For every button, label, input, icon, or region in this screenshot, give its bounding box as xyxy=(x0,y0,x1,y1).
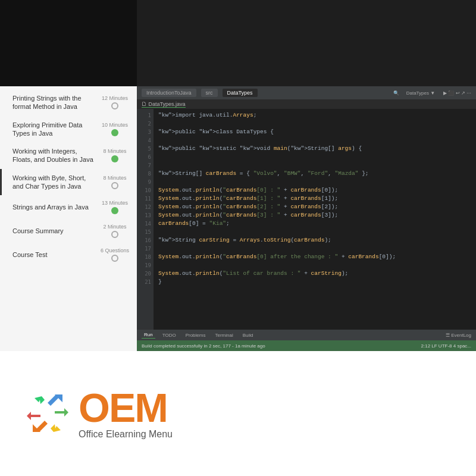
sidebar-item-duration: 12 Minutes xyxy=(102,95,128,101)
line-number: 3 xyxy=(137,128,154,136)
sidebar-item-label: Strings and Arrays in Java xyxy=(12,203,100,211)
code-line xyxy=(158,120,471,128)
bottom-tab-terminal[interactable]: Terminal xyxy=(212,332,235,339)
file-search[interactable]: 🔍 xyxy=(393,90,399,96)
code-line: System.out.println("carBrands[0] : " + c… xyxy=(158,186,471,195)
oem-logo-svg xyxy=(24,392,71,436)
bottom-tab-run[interactable]: Run xyxy=(142,331,155,339)
status-dot xyxy=(111,129,118,136)
svg-marker-2 xyxy=(51,424,61,432)
file-tab-bar: 🗋 DataTypes.java xyxy=(137,99,476,109)
status-right: 2:12 LF UTF-8 4 spac... xyxy=(421,343,471,349)
code-line: } xyxy=(158,278,471,286)
bottom-tab-problems[interactable]: Problems xyxy=(183,332,208,339)
line-numbers: 123456789101112131415161718192021 xyxy=(137,109,154,330)
line-number: 8 xyxy=(137,170,154,178)
sidebar-item-label: Course Test xyxy=(12,250,100,259)
tab-datatypes[interactable]: DataTypes xyxy=(223,89,258,97)
svg-marker-0 xyxy=(48,394,62,406)
file-tab-datatypes[interactable]: 🗋 DataTypes.java xyxy=(142,101,186,108)
status-dot xyxy=(111,155,118,162)
status-dot xyxy=(111,102,118,109)
line-number: 11 xyxy=(137,195,154,203)
line-number: 5 xyxy=(137,145,154,153)
code-line xyxy=(158,228,471,236)
bottom-tab-todo[interactable]: TODO xyxy=(160,332,178,339)
line-number: 7 xyxy=(137,161,154,170)
code-line xyxy=(158,178,471,186)
code-line xyxy=(158,261,471,270)
sidebar-item-course-test[interactable]: Course Test6 Questions xyxy=(0,243,137,267)
brand-text-container: OEM Office Elearning Menu xyxy=(79,387,173,440)
sidebar-item-duration: 10 Minutes xyxy=(102,122,128,128)
code-line xyxy=(158,153,471,161)
sidebar-item-printing-strings[interactable]: Printing Strings with the format Method … xyxy=(0,89,137,116)
sidebar-item-duration: 8 Minutes xyxy=(103,175,126,181)
status-dot xyxy=(111,182,118,189)
code-line: System.out.println("List of car brands :… xyxy=(158,270,471,278)
line-number: 1 xyxy=(137,111,154,120)
sidebar-item-label: Exploring Primitive Data Types in Java xyxy=(12,121,100,138)
status-text: Build completed successfully in 2 sec, 1… xyxy=(142,343,265,349)
code-line xyxy=(158,245,471,253)
tab-src[interactable]: src xyxy=(201,89,218,97)
code-content: "kw">import java.util.Arrays; "kw">publi… xyxy=(154,109,476,330)
status-dot xyxy=(111,207,118,214)
tab-intro[interactable]: IntroductionToJava xyxy=(142,89,196,97)
sidebar-item-duration: 6 Questions xyxy=(101,248,129,253)
code-line: System.out.println("carBrands[2] : " + c… xyxy=(158,203,471,211)
sidebar-item-label: Course Summary xyxy=(12,227,100,235)
line-number: 13 xyxy=(137,211,154,220)
sidebar-item-course-summary[interactable]: Course Summary2 Minutes xyxy=(0,219,137,243)
svg-marker-3 xyxy=(33,421,48,432)
line-number: 9 xyxy=(137,178,154,186)
code-line: "kw">public "kw">class DataTypes { xyxy=(158,128,471,136)
editor-bottom: RunTODOProblemsTerminalBuild☰ EventLog xyxy=(137,330,476,340)
line-number: 19 xyxy=(137,261,154,270)
line-number: 18 xyxy=(137,253,154,261)
sidebar-item-duration: 2 Minutes xyxy=(103,224,126,230)
code-area: 123456789101112131415161718192021"kw">im… xyxy=(137,109,476,330)
sidebar-item-strings-arrays[interactable]: Strings and Arrays in Java13 Minutes xyxy=(0,195,137,219)
code-line: "kw">public "kw">static "kw">void main("… xyxy=(158,145,471,153)
line-number: 16 xyxy=(137,236,154,245)
main-content: IntroductionToJava src DataTypes 🔍 DataT… xyxy=(137,0,476,351)
status-dot xyxy=(111,255,118,262)
code-line: "kw">import java.util.Arrays; xyxy=(158,111,471,120)
sidebar-item-label: Printing Strings with the format Method … xyxy=(12,94,100,111)
line-number: 12 xyxy=(137,203,154,211)
bottom-section: OEM Office Elearning Menu xyxy=(0,351,476,476)
line-number: 10 xyxy=(137,186,154,195)
brand-subtitle-text: Office Elearning Menu xyxy=(79,429,173,440)
bottom-tab-build[interactable]: Build xyxy=(240,332,256,339)
code-line: carBrands[0] = "Kia"; xyxy=(158,220,471,228)
code-line: "kw">String[] carBrands = { "Volvo", "BM… xyxy=(158,170,471,178)
code-line: "kw">String carString = Arrays.toString(… xyxy=(158,236,471,245)
line-number: 4 xyxy=(137,136,154,145)
brand-container: OEM Office Elearning Menu xyxy=(24,387,173,440)
line-number: 14 xyxy=(137,220,154,228)
line-number: 20 xyxy=(137,270,154,278)
logo-arrows xyxy=(24,392,71,436)
sidebar-item-working-integers[interactable]: Working with Integers, Floats, and Doubl… xyxy=(0,142,137,169)
line-number: 6 xyxy=(137,153,154,161)
sidebar-item-label: Working with Byte, Short, and Char Types… xyxy=(12,174,100,191)
event-log-tab[interactable]: ☰ EventLog xyxy=(446,333,471,338)
status-bar: Build completed successfully in 2 sec, 1… xyxy=(137,340,476,351)
tab-label: DataTypes ▼ xyxy=(406,90,435,96)
line-number: 2 xyxy=(137,120,154,128)
toolbar-icons: ▶ ⬛ ↩ ↗ ⋯ xyxy=(443,90,471,96)
sidebar-item-exploring-primitive[interactable]: Exploring Primitive Data Types in Java10… xyxy=(0,116,137,143)
sidebar-item-working-byte[interactable]: Working with Byte, Short, and Char Types… xyxy=(0,169,137,196)
code-line xyxy=(158,136,471,145)
code-line: System.out.println("carBrands[0] after t… xyxy=(158,253,471,261)
line-number: 21 xyxy=(137,278,154,286)
top-section: Course Overview2 MinutesDeclaring Variab… xyxy=(0,0,476,351)
svg-marker-1 xyxy=(55,408,68,416)
code-line: System.out.println("carBrands[1] : " + c… xyxy=(158,195,471,203)
line-number: 17 xyxy=(137,245,154,253)
sidebar-item-duration: 13 Minutes xyxy=(102,200,128,206)
svg-marker-5 xyxy=(35,396,45,404)
line-number: 15 xyxy=(137,228,154,236)
brand-oem-text: OEM xyxy=(79,387,173,428)
